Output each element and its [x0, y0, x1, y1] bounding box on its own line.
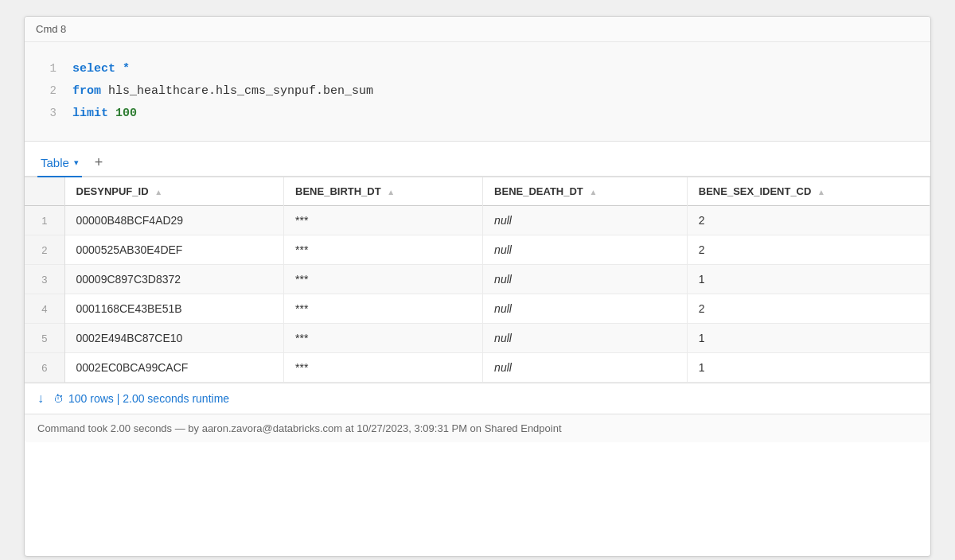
line-number-2: 2 — [25, 82, 72, 99]
table-row: 300009C897C3D8372***null1 — [25, 265, 930, 294]
code-editor: 1 select * 2 from hls_healthcare.hls_cms… — [25, 42, 930, 142]
limit-value: 100 — [115, 107, 137, 120]
code-line-2: 2 from hls_healthcare.hls_cms_synpuf.ben… — [25, 80, 930, 103]
row-number: 5 — [25, 324, 64, 353]
cell-title: Cmd 8 — [36, 23, 66, 35]
cell-death-dt: null — [483, 206, 688, 235]
results-tabs: Table ▾ + — [25, 142, 930, 177]
chevron-down-icon: ▾ — [74, 158, 79, 168]
row-number: 2 — [25, 235, 64, 265]
table-row: 20000525AB30E4DEF***null2 — [25, 235, 930, 265]
keyword-star: * — [123, 62, 130, 76]
notebook-cell: Cmd 8 1 select * 2 from hls_healthcare.h… — [24, 16, 931, 557]
line-number-3: 3 — [25, 104, 72, 122]
tab-table-label: Table — [41, 156, 69, 169]
table-row: 60002EC0BCA99CACF***null1 — [25, 353, 930, 383]
col-header-bene-death-dt[interactable]: BENE_DEATH_DT ▲ — [483, 177, 688, 206]
keyword-limit: limit — [72, 107, 108, 120]
results-area: Table ▾ + DESYNPUF_ID ▲ BENE_BIRTH_DT ▲ … — [25, 142, 930, 414]
cell-desynpuf-id: 00009C897C3D8372 — [64, 265, 284, 294]
cell-sex-ident: 2 — [687, 206, 930, 235]
cell-sex-ident: 1 — [687, 324, 930, 353]
code-content-2: from hls_healthcare.hls_cms_synpuf.ben_s… — [72, 82, 930, 101]
cell-desynpuf-id: 0002EC0BCA99CACF — [64, 353, 284, 383]
code-content-3: limit 100 — [72, 104, 930, 123]
footer-bar: ↓ ⏱ 100 rows | 2.00 seconds runtime — [25, 383, 930, 414]
cell-sex-ident: 2 — [687, 294, 930, 324]
footer-stats: ⏱ 100 rows | 2.00 seconds runtime — [53, 392, 229, 405]
cell-death-dt: null — [483, 294, 688, 324]
cell-death-dt: null — [483, 324, 688, 353]
status-bar: Command took 2.00 seconds — by aaron.zav… — [25, 414, 930, 442]
download-icon[interactable]: ↓ — [37, 391, 44, 406]
col-header-bene-sex[interactable]: BENE_SEX_IDENT_CD ▲ — [687, 177, 930, 206]
keyword-from: from — [72, 84, 101, 98]
cell-sex-ident: 2 — [687, 235, 930, 265]
status-text: Command took 2.00 seconds — by aaron.zav… — [37, 422, 562, 434]
cell-sex-ident: 1 — [687, 265, 930, 294]
cell-header: Cmd 8 — [25, 17, 930, 42]
code-line-3: 3 limit 100 — [25, 103, 930, 125]
row-number: 6 — [25, 353, 64, 383]
row-number: 1 — [25, 206, 64, 235]
cell-birth-dt: *** — [284, 353, 483, 383]
results-table: DESYNPUF_ID ▲ BENE_BIRTH_DT ▲ BENE_DEATH… — [25, 177, 930, 383]
table-header-row: DESYNPUF_ID ▲ BENE_BIRTH_DT ▲ BENE_DEATH… — [25, 177, 930, 206]
keyword-select: select — [72, 62, 115, 76]
cell-desynpuf-id: 00000B48BCF4AD29 — [64, 206, 284, 235]
cell-desynpuf-id: 0000525AB30E4DEF — [64, 235, 284, 265]
cell-death-dt: null — [483, 235, 688, 265]
cell-desynpuf-id: 0002E494BC87CE10 — [64, 324, 284, 353]
code-line-1: 1 select * — [25, 58, 930, 80]
cell-birth-dt: *** — [284, 235, 483, 265]
sort-icon-birth: ▲ — [387, 188, 395, 196]
code-content-1: select * — [72, 60, 930, 79]
row-number: 4 — [25, 294, 64, 324]
sort-icon-death: ▲ — [589, 188, 597, 196]
cell-birth-dt: *** — [284, 324, 483, 353]
cell-birth-dt: *** — [284, 265, 483, 294]
col-header-desynpuf-id[interactable]: DESYNPUF_ID ▲ — [64, 177, 284, 206]
line-number-1: 1 — [25, 60, 72, 77]
tab-table[interactable]: Table ▾ — [37, 150, 82, 177]
footer-stats-text: 100 rows | 2.00 seconds runtime — [68, 392, 229, 405]
cell-sex-ident: 1 — [687, 353, 930, 383]
table-row: 40001168CE43BE51B***null2 — [25, 294, 930, 324]
table-row: 100000B48BCF4AD29***null2 — [25, 206, 930, 235]
cell-death-dt: null — [483, 265, 688, 294]
sort-icon-sex: ▲ — [817, 188, 825, 196]
table-name: hls_healthcare.hls_cms_synpuf.ben_sum — [108, 84, 373, 98]
tab-add-button[interactable]: + — [88, 151, 110, 176]
row-number: 3 — [25, 265, 64, 294]
col-header-bene-birth-dt[interactable]: BENE_BIRTH_DT ▲ — [284, 177, 483, 206]
col-header-rownum — [25, 177, 64, 206]
cell-death-dt: null — [483, 353, 688, 383]
cell-desynpuf-id: 0001168CE43BE51B — [64, 294, 284, 324]
cell-birth-dt: *** — [284, 294, 483, 324]
clock-icon: ⏱ — [53, 393, 64, 405]
sort-icon-desynpuf: ▲ — [154, 188, 162, 196]
cell-birth-dt: *** — [284, 206, 483, 235]
table-row: 50002E494BC87CE10***null1 — [25, 324, 930, 353]
